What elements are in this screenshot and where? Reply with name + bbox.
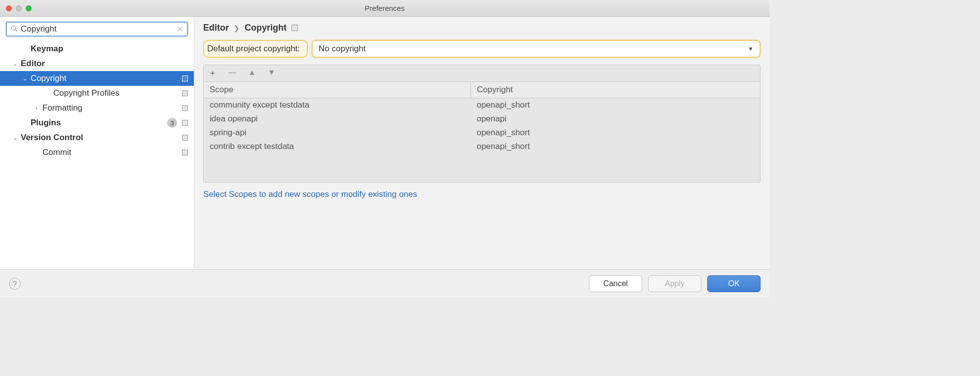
chevron-down-icon[interactable]: ⌄ (12, 61, 18, 67)
window-close-icon[interactable] (6, 5, 12, 11)
default-copyright-select[interactable]: No copyright ▼ (312, 40, 761, 58)
svg-point-0 (11, 26, 16, 30)
search-input[interactable] (21, 24, 174, 34)
sidebar: ✕ Keymap⌄Editor⌄CopyrightCopyright Profi… (0, 17, 194, 269)
sidebar-item-copyright-profiles[interactable]: Copyright Profiles (0, 86, 194, 101)
scope-cell: community except testdata (204, 98, 471, 112)
project-scope-icon (182, 150, 188, 155)
breadcrumb-leaf: Copyright (245, 23, 287, 33)
table-row[interactable]: idea openapiopenapi (204, 112, 760, 126)
help-button[interactable]: ? (9, 278, 21, 290)
search-box[interactable]: ✕ (6, 22, 188, 37)
sidebar-item-label: Version Control (21, 133, 179, 143)
sidebar-item-label: Editor (21, 59, 188, 69)
settings-tree: Keymap⌄Editor⌄CopyrightCopyright Profile… (0, 41, 194, 160)
sidebar-item-copyright[interactable]: ⌄Copyright (0, 71, 194, 86)
add-button[interactable]: ＋ (209, 68, 217, 78)
column-header-scope[interactable]: Scope (204, 82, 471, 98)
sidebar-item-label: Copyright Profiles (53, 88, 179, 98)
sidebar-item-keymap[interactable]: Keymap (0, 41, 194, 56)
apply-button: Apply (648, 275, 701, 292)
move-up-button[interactable]: ▲ (248, 68, 256, 78)
svg-line-1 (15, 30, 17, 32)
scope-cell: spring-api (204, 126, 471, 140)
sidebar-item-commit[interactable]: Commit (0, 145, 194, 160)
chevron-right-icon[interactable]: › (34, 105, 39, 111)
project-scope-icon (182, 120, 188, 126)
search-icon (11, 25, 18, 34)
project-scope-icon (182, 90, 188, 96)
sidebar-item-formatting[interactable]: ›Formatting (0, 101, 194, 115)
copyright-cell: openapi_short (471, 98, 760, 112)
window-maximize-icon[interactable] (26, 5, 32, 11)
table-row[interactable]: community except testdataopenapi_short (204, 98, 760, 112)
copyright-cell: openapi_short (471, 140, 760, 153)
project-scope-icon (291, 25, 298, 31)
count-badge: 3 (167, 118, 177, 128)
copyright-cell: openapi (471, 112, 760, 126)
ok-button[interactable]: OK (707, 275, 761, 292)
default-copyright-label: Default project copyright: (203, 40, 308, 58)
sidebar-item-label: Keymap (31, 44, 188, 54)
sidebar-item-plugins[interactable]: Plugins3 (0, 115, 194, 130)
project-scope-icon (182, 75, 188, 81)
dialog-footer: ? Cancel Apply OK (0, 269, 769, 297)
select-scopes-link[interactable]: Select Scopes to add new scopes or modif… (203, 189, 761, 199)
project-scope-icon (182, 105, 188, 111)
titlebar: Preferences (0, 0, 769, 17)
scopes-table: ＋ — ▲ ▼ Scope Copyright community except… (203, 65, 761, 183)
column-header-copyright[interactable]: Copyright (471, 82, 760, 98)
sidebar-item-version-control[interactable]: ⌄Version Control (0, 130, 194, 145)
default-copyright-value: No copyright (319, 44, 365, 54)
sidebar-item-label: Plugins (31, 118, 164, 128)
scope-cell: contrib except testdata (204, 140, 471, 153)
cancel-button[interactable]: Cancel (589, 275, 642, 292)
table-row[interactable]: contrib except testdataopenapi_short (204, 140, 760, 153)
sidebar-item-editor[interactable]: ⌄Editor (0, 56, 194, 71)
table-row[interactable]: spring-apiopenapi_short (204, 126, 760, 140)
scope-cell: idea openapi (204, 112, 471, 126)
window-minimize-icon[interactable] (16, 5, 22, 11)
copyright-cell: openapi_short (471, 126, 760, 140)
sidebar-item-label: Commit (42, 148, 179, 157)
chevron-down-icon: ▼ (748, 45, 754, 52)
chevron-down-icon[interactable]: ⌄ (12, 135, 18, 141)
move-down-button[interactable]: ▼ (268, 68, 276, 78)
window-title: Preferences (365, 4, 405, 12)
breadcrumb-root[interactable]: Editor (203, 23, 229, 33)
project-scope-icon (182, 135, 188, 141)
remove-button[interactable]: — (228, 68, 236, 78)
sidebar-item-label: Formatting (42, 103, 179, 113)
main-panel: Editor ❯ Copyright Default project copyr… (194, 17, 769, 269)
chevron-right-icon: ❯ (234, 24, 240, 32)
chevron-down-icon[interactable]: ⌄ (22, 75, 28, 82)
sidebar-item-label: Copyright (31, 74, 179, 83)
breadcrumb: Editor ❯ Copyright (194, 17, 769, 38)
clear-search-icon[interactable]: ✕ (177, 25, 183, 34)
